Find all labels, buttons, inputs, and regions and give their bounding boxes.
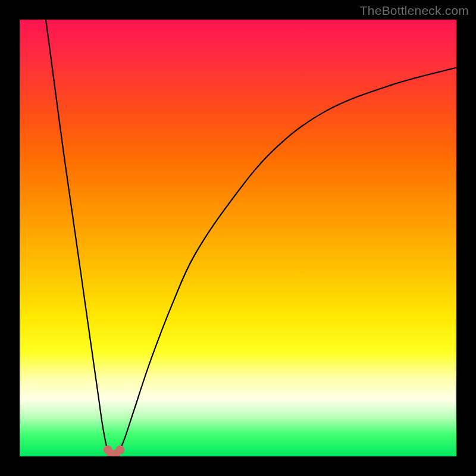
bottleneck-curve xyxy=(20,20,456,456)
curve-right-branch xyxy=(118,68,456,455)
watermark-text: TheBottleneck.com xyxy=(360,4,469,18)
minimum-marker xyxy=(115,446,124,455)
curve-minimum-markers xyxy=(104,446,125,457)
curve-left-branch xyxy=(46,20,111,454)
chart-plot-area xyxy=(20,20,456,456)
